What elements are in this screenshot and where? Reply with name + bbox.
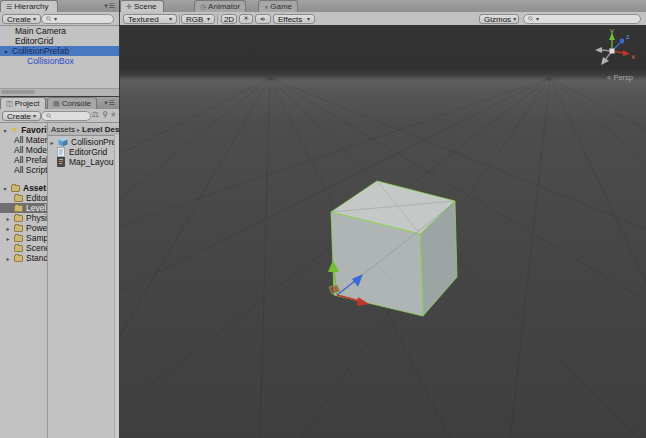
hierarchy-panel-menu-icon[interactable]: ▾☰	[104, 2, 116, 10]
folder-physics[interactable]: ▸ Physics Pla	[0, 213, 47, 223]
tab-console[interactable]: ▤ Console	[47, 97, 97, 109]
sun-icon: ☀	[242, 15, 249, 23]
scene-orientation-gizmo[interactable]: y z x	[586, 29, 638, 79]
script-icon	[56, 147, 66, 157]
selected-cube[interactable]	[316, 168, 466, 328]
assets-root-folder[interactable]: ▾ Assets	[0, 183, 47, 193]
scrollbar-thumb[interactable]	[1, 90, 35, 94]
hierarchy-item-editorgrid[interactable]: EditorGrid	[0, 36, 119, 46]
scene-search-input[interactable]: ▾	[523, 14, 641, 24]
folder-standard-assets[interactable]: ▸ Standard A	[0, 253, 47, 263]
hierarchy-list: Main Camera EditorGrid ▾ CollisionPrefab…	[0, 26, 119, 88]
chevron-down-icon: ▾	[307, 16, 310, 22]
text-asset-icon	[56, 157, 66, 167]
favorites-filter-star-icon[interactable]: ★	[110, 110, 117, 119]
folder-powerbat[interactable]: ▸ Powerbat	[0, 223, 47, 233]
console-tab-icon: ▤	[53, 100, 60, 107]
folder-icon	[14, 195, 23, 202]
breadcrumb: Assets ▸ Level Design	[48, 123, 119, 136]
search-filter-caret-icon: ▾	[54, 16, 57, 22]
project-panel-menu-icon[interactable]: ▾☰	[104, 99, 116, 107]
scene-viewport[interactable]: y z x < Persp	[120, 25, 646, 438]
tab-hierarchy-label: Hierarchy	[14, 2, 48, 11]
filter-by-type-icon[interactable]: ⚖	[92, 110, 99, 119]
folder-level-design[interactable]: Level Design	[0, 203, 47, 213]
breadcrumb-root[interactable]: Assets	[51, 125, 75, 134]
favorite-all-materials[interactable]: All Materials	[0, 135, 47, 145]
file-editorgrid[interactable]: EditorGrid	[48, 147, 119, 157]
tab-hierarchy[interactable]: ☰ Hierarchy	[0, 0, 58, 12]
shading-mode-dropdown[interactable]: Textured▾	[123, 14, 177, 24]
speaker-icon	[260, 15, 266, 23]
project-vscrollbar[interactable]	[114, 135, 119, 438]
hierarchy-search-input[interactable]: ▾	[41, 14, 114, 24]
hierarchy-item-collisionbox[interactable]: CollisionBox	[0, 56, 119, 66]
hierarchy-tab-icon: ☰	[6, 3, 12, 10]
breadcrumb-separator-icon: ▸	[77, 126, 80, 133]
prefab-cube-icon	[58, 137, 68, 147]
project-files-column: Assets ▸ Level Design ▸ CollisionPrefab	[48, 123, 119, 438]
folder-icon	[11, 185, 20, 192]
scene-panel: ✛ Scene ◷ Animator ◖ Game Textured▾ RGB▾…	[120, 0, 646, 438]
scene-audio-toggle-button[interactable]	[255, 14, 271, 24]
render-mode-dropdown[interactable]: RGB▾	[181, 14, 215, 24]
game-tab-icon: ◖	[264, 3, 268, 10]
star-icon: ★	[11, 126, 18, 134]
hierarchy-create-button[interactable]: Create▾	[2, 14, 41, 24]
project-toolbar: Create▾ ⚖ ⚲ ★	[0, 109, 119, 123]
chevron-down-icon: ▾	[513, 16, 516, 22]
hierarchy-panel: ☰ Hierarchy ▾☰ Create▾ ▾ Main Camera E	[0, 0, 119, 96]
unity-editor-window: ☰ Hierarchy ▾☰ Create▾ ▾ Main Camera E	[0, 0, 646, 438]
search-icon	[528, 16, 534, 22]
file-collisionprefab[interactable]: ▸ CollisionPrefab	[48, 137, 119, 147]
chevron-down-icon: ▾	[169, 16, 172, 22]
folder-icon	[14, 255, 23, 262]
tab-project[interactable]: ◫ Project	[0, 97, 46, 109]
chevron-down-icon: ▾	[207, 16, 210, 22]
scene-toolbar: Textured▾ RGB▾ 2D ☀ Effects▾	[120, 12, 646, 26]
2d-toggle-button[interactable]: 2D	[221, 14, 237, 24]
effects-dropdown[interactable]: Effects▾	[273, 14, 315, 24]
filter-by-label-icon[interactable]: ⚲	[102, 110, 108, 119]
axis-z-label: z	[626, 33, 630, 41]
hierarchy-toolbar: Create▾ ▾	[0, 12, 119, 26]
folder-editor[interactable]: Editor	[0, 193, 47, 203]
scene-lighting-toggle-button[interactable]: ☀	[239, 14, 253, 24]
hierarchy-item-main-camera[interactable]: Main Camera	[0, 26, 119, 36]
favorites-header[interactable]: ▾ ★ Favorites	[0, 125, 47, 135]
folder-icon	[14, 215, 23, 222]
folder-icon	[14, 235, 23, 242]
hierarchy-item-collisionprefab[interactable]: ▾ CollisionPrefab	[0, 46, 119, 56]
favorite-all-models[interactable]: All Models	[0, 145, 47, 155]
hierarchy-hscrollbar[interactable]	[0, 88, 119, 96]
folder-sample-assets[interactable]: ▸ Sample As	[0, 233, 47, 243]
tab-game[interactable]: ◖ Game	[258, 0, 298, 12]
foldout-triangle-icon[interactable]: ▾	[3, 48, 9, 55]
folder-scenes[interactable]: Scenes	[0, 243, 47, 253]
search-icon	[46, 113, 52, 119]
folder-icon	[14, 225, 23, 232]
perspective-mode-label[interactable]: < Persp	[607, 73, 633, 82]
project-search-input[interactable]	[41, 111, 91, 121]
favorite-all-scripts[interactable]: All Scripts	[0, 165, 47, 175]
file-map-layout[interactable]: Map_Layout	[48, 157, 119, 167]
folder-icon	[14, 205, 23, 212]
project-create-button[interactable]: Create▾	[2, 111, 41, 121]
project-panel: ◫ Project ▤ Console ▾☰ Create▾ ⚖ ⚲ ★	[0, 97, 119, 438]
project-tree-column: ▾ ★ Favorites All Materials All Models A…	[0, 123, 48, 438]
search-icon	[46, 16, 52, 22]
search-filter-caret-icon: ▾	[536, 16, 539, 22]
project-tab-icon: ◫	[6, 100, 13, 107]
axis-y-label: y	[610, 29, 614, 35]
breadcrumb-current[interactable]: Level Design	[82, 125, 119, 134]
folder-icon	[14, 245, 23, 252]
tab-animator[interactable]: ◷ Animator	[194, 0, 246, 12]
scene-tab-icon: ✛	[126, 3, 132, 10]
gizmos-dropdown[interactable]: Gizmos▾	[479, 14, 519, 24]
tab-scene[interactable]: ✛ Scene	[120, 0, 164, 12]
animator-tab-icon: ◷	[200, 3, 206, 10]
axis-x-label: x	[631, 53, 635, 61]
chevron-down-icon: ▾	[33, 16, 36, 22]
favorite-all-prefabs[interactable]: All Prefabs	[0, 155, 47, 165]
chevron-down-icon: ▾	[33, 113, 36, 119]
